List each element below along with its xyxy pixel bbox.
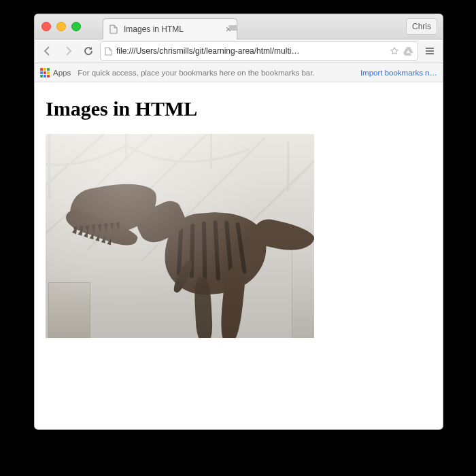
minimize-window-button[interactable] bbox=[56, 22, 66, 31]
toolbar: file:///Users/chrismills/git/learning-ar… bbox=[35, 39, 443, 63]
tab-title: Images in HTML bbox=[124, 24, 220, 34]
address-bar[interactable]: file:///Users/chrismills/git/learning-ar… bbox=[100, 41, 418, 61]
profile-button[interactable]: Chris bbox=[406, 18, 437, 35]
bookmarks-hint: For quick access, place your bookmarks h… bbox=[78, 69, 354, 77]
import-bookmarks-link[interactable]: Import bookmarks n… bbox=[360, 69, 437, 77]
apps-shortcut[interactable]: Apps bbox=[40, 68, 71, 78]
browser-tab[interactable]: Images in HTML × bbox=[103, 18, 237, 39]
new-tab-button[interactable] bbox=[226, 21, 240, 35]
forward-button[interactable] bbox=[59, 42, 77, 60]
apps-icon bbox=[40, 68, 50, 78]
browser-window: Images in HTML × Chris file:///Users/chr… bbox=[34, 14, 443, 430]
address-bar-actions bbox=[390, 46, 413, 56]
zoom-window-button[interactable] bbox=[71, 22, 81, 31]
drive-icon[interactable] bbox=[403, 47, 413, 56]
titlebar: Images in HTML × Chris bbox=[35, 14, 443, 39]
reload-button[interactable] bbox=[80, 42, 97, 60]
file-icon bbox=[105, 47, 112, 56]
bookmarks-bar: Apps For quick access, place your bookma… bbox=[35, 63, 443, 82]
window-controls bbox=[41, 22, 81, 31]
back-button[interactable] bbox=[39, 42, 56, 60]
address-bar-url: file:///Users/chrismills/git/learning-ar… bbox=[116, 46, 386, 56]
file-icon bbox=[109, 24, 118, 34]
apps-label: Apps bbox=[53, 69, 71, 77]
close-window-button[interactable] bbox=[41, 22, 51, 31]
page-heading: Images in HTML bbox=[46, 97, 432, 120]
content-image bbox=[46, 134, 314, 338]
menu-button[interactable] bbox=[421, 42, 439, 60]
profile-label: Chris bbox=[412, 22, 431, 31]
page-content: Images in HTML bbox=[35, 82, 443, 430]
bookmark-star-icon[interactable] bbox=[390, 46, 399, 56]
